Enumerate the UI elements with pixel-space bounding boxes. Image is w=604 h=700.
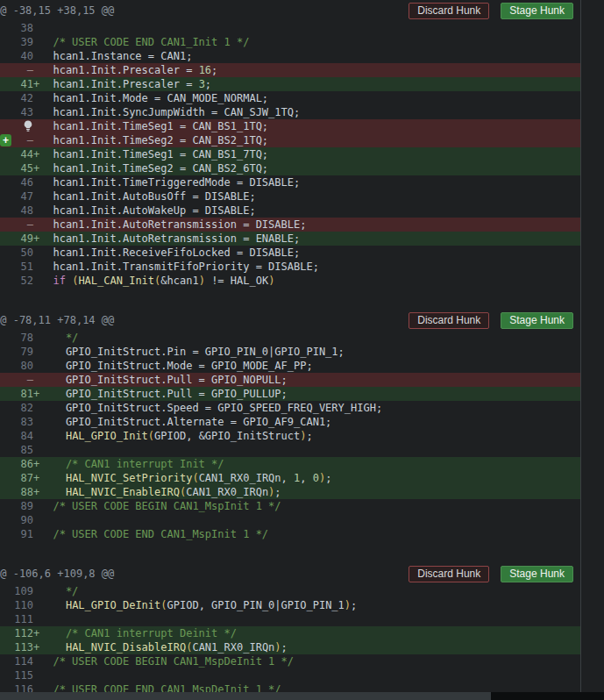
scrollbar-thumb[interactable] bbox=[0, 692, 491, 700]
diff-line[interactable]: 48 hcan1.Init.AutoWakeUp = DISABLE; bbox=[0, 204, 580, 218]
line-number-text: 80 bbox=[0, 359, 33, 373]
hunk-range-label: @@ -78,11 +78,14 @@ bbox=[0, 314, 409, 326]
diff-line[interactable]: 41+ hcan1.Init.Prescaler = 3; bbox=[0, 77, 580, 91]
stage-hunk-button[interactable]: Stage Hunk bbox=[501, 312, 573, 329]
diff-line[interactable]: hcan1.Init.TimeSeg1 = CAN_BS1_1TQ; bbox=[0, 119, 580, 133]
horizontal-scrollbar[interactable] bbox=[0, 692, 604, 700]
diff-line[interactable]: 49+ hcan1.Init.AutoRetransmission = ENAB… bbox=[0, 232, 580, 246]
line-number: 42 bbox=[0, 91, 40, 105]
diff-line[interactable]: 40 hcan1.Instance = CAN1; bbox=[0, 49, 580, 63]
code-text: hcan1.Init.TimeTriggeredMode = DISABLE; bbox=[40, 175, 300, 189]
diff-line[interactable]: 47 hcan1.Init.AutoBusOff = DISABLE; bbox=[0, 189, 580, 204]
diff-line[interactable]: 51 hcan1.Init.TransmitFifoPriority = DIS… bbox=[0, 260, 580, 274]
diff-line[interactable]: 115 bbox=[0, 668, 580, 682]
diff-line[interactable]: 88+ HAL_NVIC_EnableIRQ(CAN1_RX0_IRQn); bbox=[0, 485, 580, 499]
line-number: 114 bbox=[0, 654, 40, 668]
line-number-text: 83 bbox=[0, 415, 33, 429]
diff-line[interactable]: 114 /* USER CODE BEGIN CAN1_MspDeInit 1 … bbox=[0, 654, 580, 668]
added-line-plus bbox=[33, 443, 40, 457]
diff-line[interactable]: 85 bbox=[0, 443, 580, 457]
diff-line[interactable]: 82 GPIO_InitStruct.Speed = GPIO_SPEED_FR… bbox=[0, 401, 580, 415]
diff-line[interactable]: — hcan1.Init.AutoRetransmission = DISABL… bbox=[0, 218, 580, 232]
diff-line[interactable]: 91 /* USER CODE END CAN1_MspInit 1 */ bbox=[0, 527, 580, 541]
line-number: 49+ bbox=[0, 232, 40, 246]
diff-line[interactable]: 45+ hcan1.Init.TimeSeg2 = CAN_BS2_6TQ; bbox=[0, 161, 580, 175]
line-number-text: 114 bbox=[0, 654, 33, 668]
line-number: 79 bbox=[0, 345, 40, 359]
line-number: — bbox=[0, 218, 40, 232]
line-number-text: 49 bbox=[0, 232, 33, 246]
diff-line[interactable]: 83 GPIO_InitStruct.Alternate = GPIO_AF9_… bbox=[0, 415, 580, 429]
line-number: 81+ bbox=[0, 387, 40, 401]
diff-line[interactable]: 46 hcan1.Init.TimeTriggeredMode = DISABL… bbox=[0, 175, 580, 189]
diff-line[interactable]: 116 /* USER CODE END CAN1_MspDeInit 1 */ bbox=[0, 682, 580, 692]
discard-hunk-button[interactable]: Discard Hunk bbox=[409, 312, 489, 329]
added-line-plus bbox=[33, 415, 40, 429]
code-text: /* USER CODE END CAN1_MspInit 1 */ bbox=[40, 527, 268, 541]
lightbulb-icon[interactable] bbox=[23, 120, 33, 132]
diff-line[interactable]: 52 if (HAL_CAN_Init(&hcan1) != HAL_OK) bbox=[0, 274, 580, 288]
line-number: 109 bbox=[0, 584, 40, 598]
code-text: /* USER CODE BEGIN CAN1_MspDeInit 1 */ bbox=[40, 654, 294, 668]
line-number: 113+ bbox=[0, 640, 40, 654]
diff-line[interactable]: 86+ /* CAN1 interrupt Init */ bbox=[0, 457, 580, 471]
line-number-text: 38 bbox=[0, 21, 33, 35]
line-number: 91 bbox=[0, 527, 40, 541]
added-line-plus: + bbox=[33, 147, 40, 161]
diff-line[interactable]: +— hcan1.Init.TimeSeg2 = CAN_BS2_1TQ; bbox=[0, 133, 580, 147]
code-text: hcan1.Init.TimeSeg2 = CAN_BS2_6TQ; bbox=[40, 161, 268, 175]
diff-line[interactable]: 84 HAL_GPIO_Init(GPIOD, &GPIO_InitStruct… bbox=[0, 429, 580, 443]
code-text: hcan1.Init.SyncJumpWidth = CAN_SJW_1TQ; bbox=[40, 105, 300, 119]
diff-line[interactable]: 112+ /* CAN1 interrupt Deinit */ bbox=[0, 626, 580, 640]
diff-line[interactable]: 113+ HAL_NVIC_DisableIRQ(CAN1_RX0_IRQn); bbox=[0, 640, 580, 654]
line-number-text: 109 bbox=[0, 584, 33, 598]
line-number-text: 48 bbox=[0, 204, 33, 218]
discard-hunk-button[interactable]: Discard Hunk bbox=[409, 566, 489, 582]
diff-line[interactable]: 78 */ bbox=[0, 331, 580, 345]
diff-line[interactable]: 87+ HAL_NVIC_SetPriority(CAN1_RX0_IRQn, … bbox=[0, 471, 580, 485]
diff-line[interactable]: 110 HAL_GPIO_DeInit(GPIOD, GPIO_PIN_0|GP… bbox=[0, 598, 580, 612]
diff-line[interactable]: 39 /* USER CODE END CAN1_Init 1 */ bbox=[0, 35, 580, 49]
line-number: — bbox=[0, 373, 40, 387]
diff-line[interactable]: 38 bbox=[0, 21, 580, 35]
discard-hunk-button[interactable]: Discard Hunk bbox=[409, 3, 489, 19]
diff-line[interactable]: 80 GPIO_InitStruct.Mode = GPIO_MODE_AF_P… bbox=[0, 359, 580, 373]
diff-line[interactable]: 50 hcan1.Init.ReceiveFifoLocked = DISABL… bbox=[0, 246, 580, 260]
line-number-text: 111 bbox=[0, 612, 33, 626]
stage-hunk-button[interactable]: Stage Hunk bbox=[501, 566, 573, 582]
diff-line[interactable]: 89 /* USER CODE BEGIN CAN1_MspInit 1 */ bbox=[0, 499, 580, 513]
added-line-plus bbox=[33, 175, 40, 189]
diff-line[interactable]: 43 hcan1.Init.SyncJumpWidth = CAN_SJW_1T… bbox=[0, 105, 580, 119]
code-text: GPIO_InitStruct.Pull = GPIO_NOPULL; bbox=[40, 373, 288, 387]
diff-line[interactable]: 44+ hcan1.Init.TimeSeg1 = CAN_BS1_7TQ; bbox=[0, 147, 580, 161]
line-number: 89 bbox=[0, 499, 40, 513]
diff-line[interactable]: — GPIO_InitStruct.Pull = GPIO_NOPULL; bbox=[0, 373, 580, 387]
line-number: 40 bbox=[0, 49, 40, 63]
code-text: hcan1.Init.Mode = CAN_MODE_NORMAL; bbox=[40, 91, 268, 105]
line-number-text: — bbox=[0, 373, 33, 387]
add-comment-button[interactable]: + bbox=[0, 134, 11, 146]
added-line-plus bbox=[33, 682, 40, 692]
added-line-plus bbox=[33, 91, 40, 105]
code-text: */ bbox=[40, 584, 78, 598]
line-number-text: 115 bbox=[0, 668, 33, 682]
diff-line[interactable]: 81+ GPIO_InitStruct.Pull = GPIO_PULLUP; bbox=[0, 387, 580, 401]
code-text: hcan1.Init.Prescaler = 16; bbox=[40, 63, 217, 77]
line-number-text: 90 bbox=[0, 513, 33, 527]
line-number: 111 bbox=[0, 612, 40, 626]
code-text: /* USER CODE END CAN1_MspDeInit 1 */ bbox=[40, 682, 281, 692]
added-line-plus: + bbox=[33, 471, 40, 485]
diff-line[interactable]: 109 */ bbox=[0, 584, 580, 598]
diff-line[interactable]: 111 bbox=[0, 612, 580, 626]
line-number: 115 bbox=[0, 668, 40, 682]
line-number-text: 82 bbox=[0, 401, 33, 415]
diff-line[interactable]: — hcan1.Init.Prescaler = 16; bbox=[0, 63, 580, 77]
diff-line[interactable]: 79 GPIO_InitStruct.Pin = GPIO_PIN_0|GPIO… bbox=[0, 345, 580, 359]
added-line-plus bbox=[33, 274, 40, 288]
line-number: 38 bbox=[0, 21, 40, 35]
added-line-plus bbox=[33, 246, 40, 260]
hunk-actions: Discard HunkStage Hunk bbox=[409, 3, 573, 19]
stage-hunk-button[interactable]: Stage Hunk bbox=[501, 3, 573, 19]
diff-line[interactable]: 42 hcan1.Init.Mode = CAN_MODE_NORMAL; bbox=[0, 91, 580, 105]
diff-line[interactable]: 90 bbox=[0, 513, 580, 527]
